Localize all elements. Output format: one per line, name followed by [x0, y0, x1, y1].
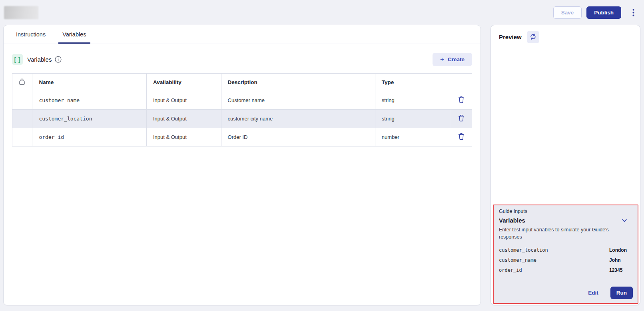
variable-name-link[interactable]: order_id: [32, 128, 146, 146]
variables-section-title: Variables: [27, 56, 52, 63]
create-button[interactable]: + Create: [433, 53, 472, 66]
delete-variable-button[interactable]: [457, 114, 466, 124]
variables-table: Name Availability Description Type custo…: [12, 73, 472, 146]
edit-button[interactable]: Edit: [588, 290, 598, 296]
run-button[interactable]: Run: [610, 287, 633, 299]
guide-input-row: customer_name John: [499, 257, 632, 263]
delete-variable-button[interactable]: [457, 95, 466, 105]
row-lock-cell: [12, 110, 32, 128]
table-row: customer_name Input & Output Customer na…: [12, 91, 472, 110]
guide-input-value: London: [609, 247, 627, 253]
guide-inputs-description: Enter test input variables to simulate y…: [499, 227, 628, 241]
top-bar-actions: Save Publish: [553, 6, 637, 19]
guide-input-name: customer_location: [499, 247, 609, 253]
variable-name-link[interactable]: customer_location: [32, 110, 146, 128]
variable-type: number: [375, 128, 450, 146]
column-header-availability: Availability: [146, 74, 221, 91]
guide-input-row: order_id 12345: [499, 267, 632, 273]
tab-bar: Instructions Variables: [4, 25, 481, 44]
table-row: order_id Input & Output Order ID number: [12, 128, 472, 146]
lock-column-header: [12, 74, 32, 91]
guide-inputs-variable-list: customer_location London customer_name J…: [499, 247, 632, 273]
variable-description: customer city name: [221, 110, 375, 128]
column-header-actions: [450, 74, 472, 91]
row-actions-cell: [450, 91, 472, 110]
guide-inputs-panel: Guide Inputs Variables Enter test input …: [493, 205, 638, 304]
chevron-down-icon[interactable]: [621, 217, 628, 224]
variable-description: Customer name: [221, 91, 375, 110]
table-header-row: Name Availability Description Type: [12, 74, 472, 91]
column-header-name: Name: [32, 74, 146, 91]
guide-inputs-footer: Edit Run: [588, 287, 633, 299]
save-button[interactable]: Save: [553, 6, 582, 19]
variable-name-link[interactable]: customer_name: [32, 91, 146, 110]
row-actions-cell: [450, 128, 472, 146]
preview-header: Preview: [491, 25, 640, 49]
column-header-description: Description: [221, 74, 375, 91]
app-logo-blurred: [4, 6, 38, 19]
info-icon[interactable]: [55, 56, 62, 63]
variable-availability: Input & Output: [146, 128, 221, 146]
publish-button[interactable]: Publish: [586, 6, 621, 19]
guide-inputs-label: Guide Inputs: [499, 209, 632, 214]
tab-instructions[interactable]: Instructions: [12, 25, 50, 44]
kebab-menu-icon[interactable]: [630, 7, 637, 18]
variable-description: Order ID: [221, 128, 375, 146]
preview-panel: Preview Guide Inputs Variables Enter tes: [490, 25, 640, 305]
guide-inputs-title: Variables: [499, 217, 525, 224]
lock-icon: [19, 80, 25, 86]
editor-panel: Instructions Variables [ ] Variables + C…: [3, 25, 481, 305]
guide-input-row: customer_location London: [499, 247, 632, 253]
guide-input-value: John: [609, 257, 621, 263]
variable-availability: Input & Output: [146, 91, 221, 110]
guide-inputs-title-row: Variables: [499, 217, 632, 224]
guide-input-name: order_id: [499, 267, 609, 273]
brackets-icon: [ ]: [12, 54, 23, 65]
refresh-icon: [530, 33, 536, 41]
refresh-button[interactable]: [527, 31, 539, 43]
tab-variables[interactable]: Variables: [58, 25, 90, 44]
variable-type: string: [375, 110, 450, 128]
guide-input-name: customer_name: [499, 257, 609, 263]
table-row: customer_location Input & Output custome…: [12, 110, 472, 128]
row-lock-cell: [12, 91, 32, 110]
variables-section-header: [ ] Variables + Create: [12, 53, 472, 66]
variable-availability: Input & Output: [146, 110, 221, 128]
delete-variable-button[interactable]: [457, 132, 466, 142]
plus-icon: +: [440, 57, 444, 62]
top-bar: Save Publish: [0, 0, 644, 25]
preview-title: Preview: [499, 34, 522, 40]
guide-input-value: 12345: [609, 267, 622, 273]
row-lock-cell: [12, 128, 32, 146]
column-header-type: Type: [375, 74, 450, 91]
variable-type: string: [375, 91, 450, 110]
create-button-label: Create: [448, 56, 465, 62]
row-actions-cell: [450, 110, 472, 128]
